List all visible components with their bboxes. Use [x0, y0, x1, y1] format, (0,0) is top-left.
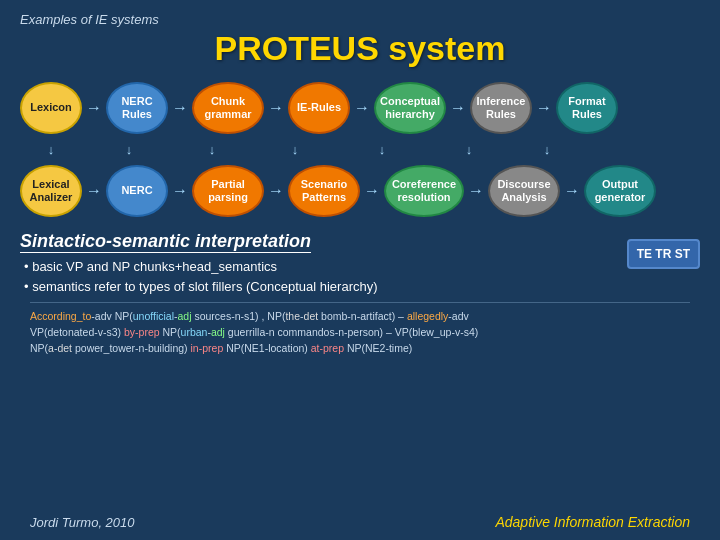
scenario-patterns-label: Scenario Patterns: [296, 178, 352, 204]
arrow5: →: [450, 99, 466, 117]
slide: Examples of IE systems PROTEUS system Le…: [0, 0, 720, 540]
conceptual-label: Conceptual hierarchy: [380, 95, 440, 121]
down-arrow-ie: ↓: [264, 142, 326, 157]
arrow4b: →: [364, 182, 380, 200]
inference-label: Inference Rules: [477, 95, 526, 121]
nlp-line1: According_to-adv NP(unofficial-adj sourc…: [30, 310, 469, 322]
conceptual-box: Conceptual hierarchy: [374, 82, 446, 134]
chunk-grammar-label: Chunk grammar: [200, 95, 256, 121]
coreference-label: Coreference resolution: [392, 178, 456, 204]
output-generator-label: Output generator: [592, 178, 648, 204]
chunk-grammar-box: Chunk grammar: [192, 82, 264, 134]
arrow6: →: [536, 99, 552, 117]
nerc-box: NERC: [106, 165, 168, 217]
lexicon-box: Lexicon: [20, 82, 82, 134]
inference-box: Inference Rules: [470, 82, 532, 134]
arrow1: →: [86, 99, 102, 117]
footer: Jordi Turmo, 2010 Adaptive Information E…: [20, 514, 700, 530]
down-arrow-conceptual: ↓: [342, 142, 422, 157]
arrow5b: →: [468, 182, 484, 200]
footer-right: Adaptive Information Extraction: [495, 514, 690, 530]
arrows-row: ↓ ↓ ↓ ↓ ↓ ↓ ↓: [20, 142, 700, 157]
bullet1: • basic VP and NP chunks+head_semantics: [24, 257, 627, 277]
arrow1b: →: [86, 182, 102, 200]
nerc-rules-label: NERC Rules: [114, 95, 160, 121]
row2: Lexical Analizer → NERC → Partial parsin…: [20, 165, 700, 217]
chunk-grammar-col: Chunk grammar: [192, 82, 264, 134]
subtitle: Examples of IE systems: [20, 12, 700, 27]
ie-rules-label: IE-Rules: [297, 101, 341, 114]
format-label: Format Rules: [564, 95, 610, 121]
partial-parsing-box: Partial parsing: [192, 165, 264, 217]
ie-rules-col: IE-Rules: [288, 82, 350, 134]
sintactico-left: Sintactico-semantic interpretation • bas…: [20, 231, 627, 296]
arrow4: →: [354, 99, 370, 117]
arrow3: →: [268, 99, 284, 117]
partial-parsing-label: Partial parsing: [200, 178, 256, 204]
lexical-analizer-label: Lexical Analizer: [28, 178, 74, 204]
nerc-label: NERC: [121, 184, 152, 197]
arrow6b: →: [564, 182, 580, 200]
te-tr-st-badge: TE TR ST: [627, 239, 700, 269]
discourse-label: Discourse Analysis: [496, 178, 552, 204]
row1: Lexicon → NERC Rules → Chunk grammar →: [20, 82, 700, 134]
down-arrow-chunk: ↓: [176, 142, 248, 157]
arrow2b: →: [172, 182, 188, 200]
down-arrow-inference: ↓: [438, 142, 500, 157]
according-to-span: According_to: [30, 310, 91, 322]
output-generator-box: Output generator: [584, 165, 656, 217]
inference-col: Inference Rules: [470, 82, 532, 134]
nlp-line2: VP(detonated-v-s3) by-prep NP(urban-adj …: [30, 326, 478, 338]
arrow2: →: [172, 99, 188, 117]
discourse-box: Discourse Analysis: [488, 165, 560, 217]
lexical-analizer-box: Lexical Analizer: [20, 165, 82, 217]
nlp-line3: NP(a-det power_tower-n-building) in-prep…: [30, 342, 412, 354]
bullet2: • semantics refer to types of slot fille…: [24, 277, 627, 297]
conceptual-col: Conceptual hierarchy: [374, 82, 446, 134]
ie-rules-box: IE-Rules: [288, 82, 350, 134]
sintactico-section: Sintactico-semantic interpretation • bas…: [20, 231, 700, 296]
diagram: Lexicon → NERC Rules → Chunk grammar →: [20, 82, 700, 217]
nlp-text-block: According_to-adv NP(unofficial-adj sourc…: [30, 302, 690, 356]
nerc-rules-box: NERC Rules: [106, 82, 168, 134]
nerc-rules-col: NERC Rules: [106, 82, 168, 134]
coreference-box: Coreference resolution: [384, 165, 464, 217]
main-title: PROTEUS system: [20, 29, 700, 68]
down-arrow-nerc-rules: ↓: [98, 142, 160, 157]
down-arrow-format: ↓: [516, 142, 578, 157]
down-arrow-lexicon: ↓: [20, 142, 82, 157]
arrow3b: →: [268, 182, 284, 200]
format-col: Format Rules: [556, 82, 618, 134]
footer-left: Jordi Turmo, 2010: [30, 515, 135, 530]
sintactico-title: Sintactico-semantic interpretation: [20, 231, 311, 253]
format-box: Format Rules: [556, 82, 618, 134]
lexicon-col: Lexicon: [20, 82, 82, 134]
scenario-patterns-box: Scenario Patterns: [288, 165, 360, 217]
lexicon-label: Lexicon: [30, 101, 72, 114]
